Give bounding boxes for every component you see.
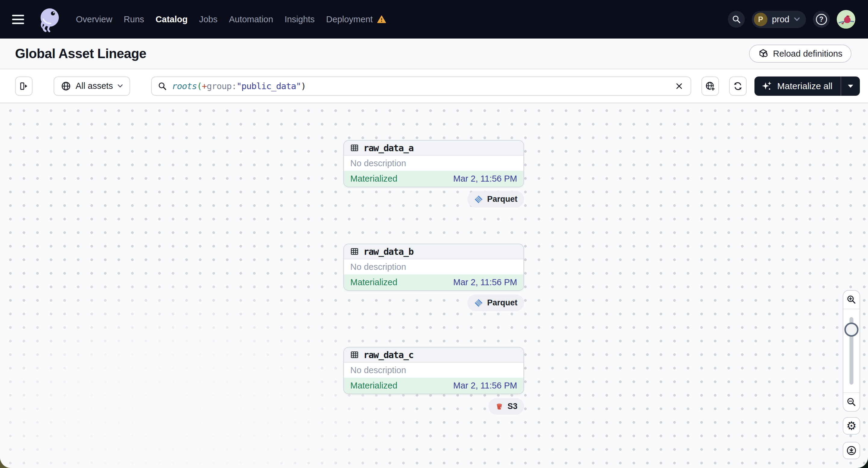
nav-item-overview[interactable]: Overview [76,14,112,24]
materialization-timestamp: Mar 2, 11:56 PM [453,277,517,287]
top-nav: Overview Runs Catalog Jobs Automation In… [0,0,868,38]
asset-description: No description [344,259,523,274]
asset-status-row: Materialized Mar 2, 11:56 PM [344,274,523,290]
asset-scope-label: All assets [75,81,113,91]
kind-tag-label: Parquet [487,194,518,204]
asset-description: No description [344,363,523,378]
kind-tag-s3[interactable]: S3 [489,398,524,415]
nav-item-catalog[interactable]: Catalog [156,14,188,24]
sparkles-icon [762,81,772,92]
view-selection-button[interactable] [702,76,719,96]
user-avatar[interactable] [837,10,855,29]
asset-node-raw-data-b[interactable]: raw_data_b No description Materialized M… [343,244,524,291]
globe-icon [61,81,71,91]
deployment-switcher[interactable]: P prod [752,11,806,28]
hamburger-icon[interactable] [12,11,28,27]
gear-icon: ⚙ [846,420,857,432]
page-title: Global Asset Lineage [15,46,146,61]
chevron-down-icon [794,17,800,21]
search-icon [158,82,167,91]
asset-status-row: Materialized Mar 2, 11:56 PM [344,378,523,394]
asset-name: raw_data_b [364,246,413,257]
download-image-button[interactable] [843,442,860,459]
asset-node-header: raw_data_b [344,244,523,259]
reload-definitions-button[interactable]: Reload definitions [749,44,851,63]
deployment-name: prod [772,14,789,24]
zoom-out-button[interactable] [843,393,860,411]
kind-tag-parquet[interactable]: Parquet [467,294,524,311]
nav-right-cluster: P prod ? [728,10,855,29]
zoom-in-button[interactable] [843,291,860,309]
asset-name: raw_data_a [364,143,413,153]
page-header: Global Asset Lineage Reload definitions [0,38,868,69]
nav-item-jobs[interactable]: Jobs [199,14,217,24]
deployment-avatar: P [754,13,767,26]
search-button[interactable] [728,11,745,28]
materialization-timestamp: Mar 2, 11:56 PM [453,381,517,391]
table-icon [350,350,359,359]
asset-selection-input[interactable]: roots(+group:"public_data") [151,76,691,96]
warning-icon [377,15,386,24]
parquet-icon [474,299,483,308]
table-icon [350,247,359,256]
reload-definitions-label: Reload definitions [773,49,842,59]
open-left-panel-button[interactable] [15,76,33,96]
download-icon [846,445,857,456]
nav-item-runs[interactable]: Runs [124,14,144,24]
search-icon [732,15,741,24]
kind-tag-label: Parquet [487,298,518,308]
asset-status-row: Materialized Mar 2, 11:56 PM [344,171,523,187]
lineage-toolbar: All assets roots(+group:"public_data") [0,69,868,103]
asset-node-raw-data-c[interactable]: raw_data_c No description Materialized M… [343,347,524,394]
zoom-slider-handle[interactable] [844,322,859,337]
asset-name: raw_data_c [364,350,413,360]
nav-item-deployment[interactable]: Deployment [326,14,386,24]
parquet-icon [474,195,483,204]
materialize-all-split-button: Materialize all [754,76,860,96]
nav-menu: Overview Runs Catalog Jobs Automation In… [76,14,386,24]
nav-item-automation[interactable]: Automation [229,14,273,24]
status-badge: Materialized [350,174,397,184]
caret-down-icon [847,84,854,88]
asset-node-header: raw_data_c [344,347,523,363]
materialize-all-label: Materialize all [777,81,833,91]
status-badge: Materialized [350,381,397,391]
dagster-logo[interactable] [36,6,62,32]
materialize-options-button[interactable] [841,76,860,96]
asset-node-raw-data-a[interactable]: raw_data_a No description Materialized M… [343,140,524,187]
nav-item-insights[interactable]: Insights [285,14,315,24]
zoom-controls [843,290,860,412]
lineage-graph-canvas[interactable]: raw_data_a No description Materialized M… [0,103,868,468]
asset-description: No description [344,156,523,171]
refresh-icon [733,81,743,91]
zoom-out-icon [846,397,857,407]
dagster-app: Overview Runs Catalog Jobs Automation In… [0,0,868,468]
materialize-all-button[interactable]: Materialize all [754,76,841,96]
clear-icon [675,82,683,90]
nav-item-deployment-label: Deployment [326,14,373,24]
status-badge: Materialized [350,277,397,287]
zoom-in-icon [846,294,857,305]
zoom-slider [843,309,860,393]
s3-icon [495,402,503,411]
globe-add-icon [705,81,715,91]
materialization-timestamp: Mar 2, 11:56 PM [453,174,517,184]
help-icon: ? [816,14,827,25]
asset-scope-dropdown[interactable]: All assets [54,76,130,96]
kind-tag-label: S3 [507,402,518,411]
panel-toggle-icon [19,81,29,91]
help-button[interactable]: ? [813,11,830,28]
chevron-down-icon [118,84,123,88]
table-icon [350,143,359,152]
graph-settings-button[interactable]: ⚙ [843,417,860,435]
kind-tag-parquet[interactable]: Parquet [467,191,524,208]
asset-selection-query: roots(+group:"public_data") [172,81,306,91]
avatar-bird-icon [837,10,855,29]
clear-search-button[interactable] [672,79,686,93]
refresh-button[interactable] [729,76,747,96]
reload-icon [758,49,768,59]
asset-node-header: raw_data_a [344,141,523,156]
